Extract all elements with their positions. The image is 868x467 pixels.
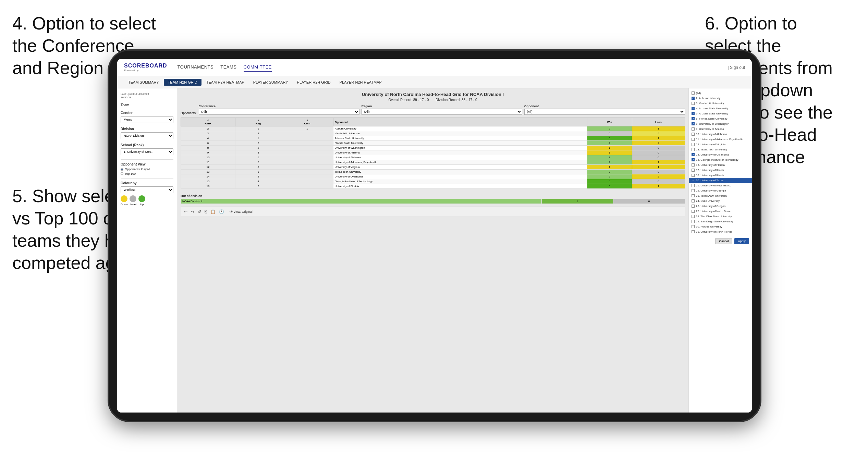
cell-team: University of Arizona [333, 150, 587, 155]
dropdown-item[interactable]: 30. Purdue University [689, 224, 752, 229]
dropdown-item[interactable]: ✓20. University of Texas [689, 178, 752, 183]
dropdown-item[interactable]: 31. University of North Florida [689, 229, 752, 234]
undo-button[interactable]: ↩ [183, 209, 188, 215]
tablet-frame: SCOREBOARD Powered by ... TOURNAMENTS TE… [109, 51, 760, 421]
radio-opponents-played[interactable]: Opponents Played [121, 168, 173, 171]
cell-rank: 3 [181, 131, 235, 136]
checkbox [692, 215, 695, 218]
clock-button[interactable]: 🕐 [218, 209, 225, 215]
main-content: Last Updated: 4/7/202416:55:38 Team Gend… [117, 88, 752, 413]
cell-rank: 2 [181, 126, 235, 131]
dropdown-item[interactable]: 13. Texas Tech University [689, 147, 752, 152]
cell-win: 3 [587, 170, 632, 174]
checkbox [692, 184, 695, 187]
tab-team-h2h-grid[interactable]: TEAM H2H GRID [164, 79, 201, 86]
opponent-select[interactable]: (All) [524, 109, 685, 115]
cell-rank: 12 [181, 165, 235, 170]
nav-sign-out[interactable]: | Sign out [728, 65, 745, 70]
cell-rank: 10 [181, 155, 235, 160]
col-conf: #Conf [281, 118, 333, 126]
cancel-button[interactable]: Cancel [715, 238, 732, 244]
dropdown-item[interactable]: ✓2. Auburn University [689, 96, 752, 101]
col-opponent: Opponent [333, 118, 587, 126]
table-row: 13 1 Texas Tech University 3 0 [181, 170, 685, 174]
dropdown-item[interactable]: 23. Texas A&M University [689, 193, 752, 198]
radio-top100[interactable]: Top 100 [121, 172, 173, 175]
dropdown-item-label: 21. University of New Mexico [696, 184, 731, 187]
dropdown-item[interactable]: 21. University of New Mexico [689, 183, 752, 188]
checkbox: ✓ [692, 179, 695, 182]
cell-team: University of Washington [333, 146, 587, 150]
nav-tournaments[interactable]: TOURNAMENTS [178, 63, 214, 72]
opponent-view-label: Opponent View [121, 162, 173, 166]
tab-team-h2h-heatmap[interactable]: TEAM H2H HEATMAP [202, 79, 248, 86]
dropdown-item[interactable]: 22. University of Georgia [689, 188, 752, 193]
h2h-table: #Rank #Reg #Conf Opponent Win Loss 2 1 1… [181, 118, 685, 189]
gender-dropdown[interactable]: Men's [121, 116, 173, 123]
dropdown-item-label: 2. Auburn University [696, 97, 721, 100]
cell-reg: 2 [235, 131, 281, 136]
nav-teams[interactable]: TEAMS [220, 63, 236, 72]
cell-win: 5 [587, 184, 632, 189]
apply-button[interactable]: Apply [734, 238, 749, 244]
redo-button[interactable]: ↪ [190, 209, 195, 215]
cell-loss: 4 [632, 131, 685, 136]
dropdown-item[interactable]: 25. University of Oregon [689, 204, 752, 209]
paste-button[interactable]: 📋 [210, 209, 216, 215]
bottom-toolbar: ↩ ↪ ↺ ⎘ 📋 🕐 👁 View: Original [181, 207, 685, 216]
dropdown-item[interactable]: (All) [689, 90, 752, 96]
checkbox [692, 163, 695, 167]
dropdown-item[interactable]: ✓5. Arizona State University [689, 111, 752, 116]
cell-win: 5 [587, 179, 632, 184]
tab-player-h2h-grid[interactable]: PLAYER H2H GRID [293, 79, 335, 86]
colour-circle-up [138, 195, 145, 202]
tab-team-summary[interactable]: TEAM SUMMARY [124, 79, 163, 86]
colour-dropdown[interactable]: Win/loss [121, 186, 173, 193]
cell-team: University of Florida [333, 184, 587, 189]
cell-win: 1 [587, 150, 632, 155]
cell-loss: 1 [632, 160, 685, 165]
dropdown-item[interactable]: ✓4. Arizona State University [689, 106, 752, 111]
app-container: SCOREBOARD Powered by ... TOURNAMENTS TE… [117, 59, 752, 413]
dropdown-item-label: 24. Duke University [696, 199, 720, 202]
dropdown-item[interactable]: ✓14. University of Oklahoma [689, 152, 752, 157]
dropdown-item[interactable]: 27. University of Notre Dame [689, 209, 752, 214]
dropdown-item[interactable]: 3. Vanderbilt University [689, 101, 752, 106]
dropdown-item[interactable]: 29. San Diego State University [689, 219, 752, 224]
checkbox [692, 199, 695, 202]
division-section: Division NCAA Division I [121, 127, 173, 139]
nav-committee[interactable]: COMMITTEE [244, 63, 272, 72]
dropdown-item[interactable]: ✓8. University of Washington [689, 121, 752, 126]
dropdown-item[interactable]: 9. University of Arizona [689, 126, 752, 132]
division-dropdown[interactable]: NCAA Division I [121, 132, 173, 139]
table-row: 14 2 University of Oklahoma 2 2 [181, 174, 685, 179]
cell-conf [281, 184, 333, 189]
dropdown-item[interactable]: 28. The Ohio State University [689, 214, 752, 219]
cell-loss: 0 [632, 170, 685, 174]
logo: SCOREBOARD Powered by ... [124, 63, 167, 72]
cell-loss: 1 [632, 136, 685, 141]
dropdown-item[interactable]: 11. University of Arkansas, Fayetteville [689, 137, 752, 142]
dropdown-item[interactable]: 12. University of Virginia [689, 142, 752, 147]
col-loss: Loss [632, 118, 685, 126]
conference-select[interactable]: (All) [199, 109, 359, 115]
dropdown-item[interactable]: 17. University of Illinois [689, 168, 752, 173]
checkbox [692, 210, 695, 213]
checkbox: ✓ [692, 158, 695, 161]
school-dropdown[interactable]: 1. University of Nort... [121, 148, 173, 155]
dropdown-item-label: 3. Vanderbilt University [696, 102, 724, 105]
region-select[interactable]: (All) [362, 109, 522, 115]
dropdown-item[interactable]: ✓15. Georgia Institute of Technology [689, 157, 752, 162]
cell-team: Auburn University [333, 126, 587, 131]
dropdown-item[interactable]: 24. Duke University [689, 198, 752, 204]
refresh-button[interactable]: ↺ [197, 209, 202, 215]
dropdown-item[interactable]: 10. University of Alabama [689, 132, 752, 137]
out-div-row: NCAA Division II 1 0 [181, 199, 685, 204]
tab-player-h2h-heatmap[interactable]: PLAYER H2H HEATMAP [335, 79, 386, 86]
dropdown-item[interactable]: ✓6. Florida State University [689, 116, 752, 121]
dropdown-item-label: 18. University of Illinois [696, 174, 724, 177]
dropdown-item[interactable]: 16. University of Florida [689, 162, 752, 168]
dropdown-item[interactable]: 18. University of Illinois [689, 173, 752, 178]
copy-button[interactable]: ⎘ [204, 209, 208, 215]
tab-player-summary[interactable]: PLAYER SUMMARY [249, 79, 292, 86]
